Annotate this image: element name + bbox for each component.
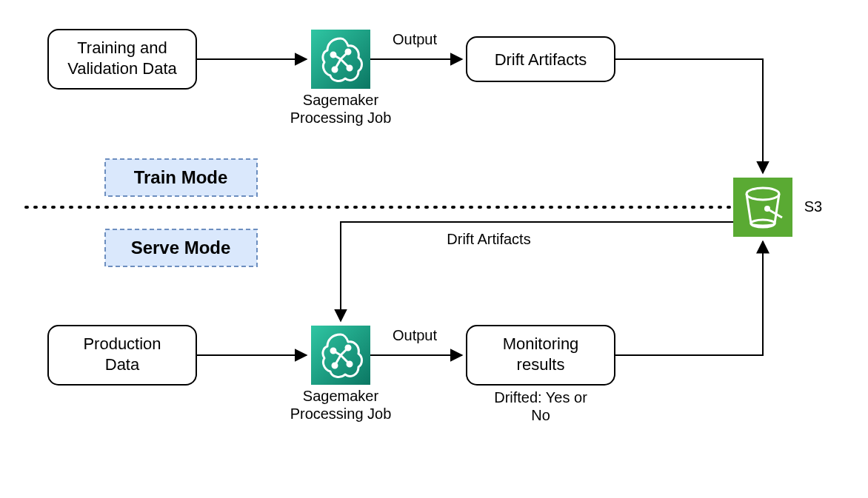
output2-label: Output [393, 327, 437, 343]
drift-artifacts-edge-label: Drift Artifacts [447, 231, 530, 247]
sagemaker-icon [311, 326, 370, 385]
edge-drift-to-s3 [615, 59, 763, 173]
monitoring-results-label-1: Monitoring [503, 334, 579, 353]
production-data-label-2: Data [105, 355, 140, 374]
drifted-label-2: No [531, 407, 550, 423]
sagemaker2-label-2: Processing Job [290, 406, 392, 422]
edge-s3-to-sagemaker2 [341, 222, 733, 321]
training-data-label-1: Training and [77, 38, 167, 57]
s3-label: S3 [804, 198, 822, 215]
production-data-label-1: Production [83, 334, 161, 353]
output1-label: Output [393, 31, 437, 47]
training-data-label-2: Validation Data [67, 59, 177, 78]
sagemaker2-label-1: Sagemaker [303, 388, 379, 404]
drift-artifacts-label: Drift Artifacts [495, 50, 587, 69]
train-mode-label: Train Mode [134, 167, 228, 187]
drifted-label-1: Drifted: Yes or [494, 389, 587, 406]
sagemaker1-label-2: Processing Job [290, 110, 392, 126]
sagemaker1-label-1: Sagemaker [303, 92, 379, 108]
s3-bucket-icon [733, 178, 792, 237]
monitoring-results-label-2: results [517, 355, 565, 374]
edge-monitoring-to-s3 [615, 241, 763, 355]
sagemaker-icon [311, 30, 370, 89]
serve-mode-label: Serve Mode [131, 238, 231, 258]
